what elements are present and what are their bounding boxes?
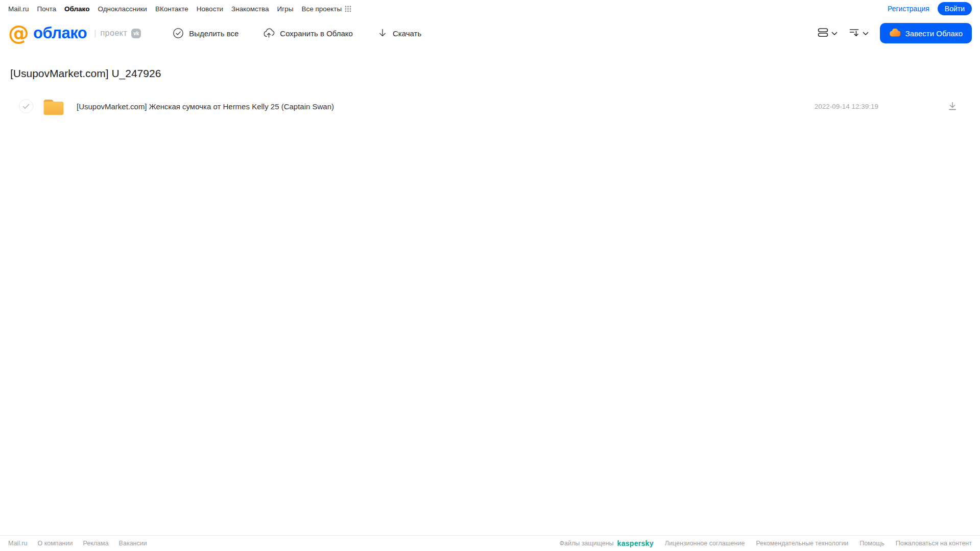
vk-logo-icon: vk — [131, 29, 141, 38]
vk-project-tag: | проект vk — [94, 29, 141, 38]
footer-left-links: Mail.ru О компании Реклама Вакансии — [8, 540, 147, 547]
footer-jobs-link[interactable]: Вакансии — [119, 540, 147, 547]
header-right-controls: Завести Облако — [818, 23, 972, 43]
page-footer: Mail.ru О компании Реклама Вакансии Файл… — [0, 535, 980, 551]
row-download-icon[interactable] — [947, 101, 958, 111]
file-name-link[interactable]: [UsupovMarket.com] Женская сумочка от He… — [77, 102, 334, 111]
register-link[interactable]: Регистрация — [888, 5, 929, 13]
get-cloud-label: Завести Облако — [905, 29, 963, 38]
share-content: [UsupovMarket.com] U_247926 [UsupovMarke… — [0, 67, 980, 118]
nav-novosti[interactable]: Новости — [197, 5, 223, 13]
nav-all-projects-label: Все проекты — [301, 5, 342, 13]
nav-odnoklassniki[interactable]: Одноклассники — [98, 5, 147, 13]
select-all-button[interactable]: Выделить все — [173, 28, 238, 39]
chevron-down-icon — [831, 29, 838, 38]
sort-icon — [849, 27, 859, 40]
row-checkbox[interactable] — [19, 99, 33, 113]
nav-all-projects[interactable]: Все проекты — [301, 5, 351, 13]
files-protected-label: Файлы защищены — [559, 540, 613, 547]
cloud-logo-text: облако — [33, 24, 87, 42]
download-arrow-icon — [377, 28, 388, 39]
footer-help-link[interactable]: Помощь — [859, 540, 884, 547]
app-header: @ облако | проект vk Выделить все Со — [0, 17, 980, 49]
download-button[interactable]: Скачать — [377, 28, 421, 39]
save-to-cloud-label: Сохранить в Облако — [280, 29, 353, 38]
project-label: проект — [100, 29, 127, 38]
list-view-icon — [818, 27, 828, 40]
check-circle-icon — [173, 28, 184, 39]
logo-divider: | — [94, 29, 96, 38]
save-to-cloud-button[interactable]: Сохранить в Облако — [263, 28, 353, 39]
chevron-down-icon — [863, 29, 869, 38]
get-cloud-button[interactable]: Завести Облако — [880, 23, 972, 43]
select-all-label: Выделить все — [189, 29, 238, 38]
nav-pochta[interactable]: Почта — [37, 5, 57, 13]
footer-report-link[interactable]: Пожаловаться на контент — [896, 540, 972, 547]
download-label: Скачать — [393, 29, 421, 38]
mailru-at-icon: @ — [8, 23, 29, 44]
footer-ads-link[interactable]: Реклама — [83, 540, 108, 547]
portal-nav: Mail.ru Почта Облако Одноклассники ВКонт… — [8, 5, 351, 13]
footer-license-link[interactable]: Лицензионное соглашение — [665, 540, 745, 547]
nav-igry[interactable]: Игры — [277, 5, 294, 13]
footer-right-links: Файлы защищены kaspersky Лицензионное со… — [559, 539, 972, 547]
portal-topbar: Mail.ru Почта Облако Одноклассники ВКонт… — [0, 0, 980, 17]
folder-icon — [43, 98, 64, 115]
kaspersky-protection: Файлы защищены kaspersky — [559, 539, 653, 547]
nav-vkontakte[interactable]: ВКонтакте — [155, 5, 188, 13]
check-icon — [22, 104, 30, 109]
footer-recommendations-link[interactable]: Рекомендательные технологии — [756, 540, 848, 547]
apps-grid-icon — [345, 6, 351, 12]
nav-znakomstva[interactable]: Знакомства — [231, 5, 269, 13]
kaspersky-logo[interactable]: kaspersky — [617, 539, 654, 547]
row-meta: 2022-09-14 12:39:19 — [815, 101, 970, 111]
cloud-upload-icon — [263, 28, 275, 39]
footer-mailru-link[interactable]: Mail.ru — [8, 540, 28, 547]
page-title: [UsupovMarket.com] U_247926 — [10, 67, 970, 80]
login-button[interactable]: Войти — [938, 2, 972, 15]
sort-dropdown[interactable] — [849, 27, 869, 40]
nav-oblako[interactable]: Облако — [64, 5, 89, 13]
cloud-logo[interactable]: @ облако — [8, 23, 87, 44]
file-row[interactable]: [UsupovMarket.com] Женская сумочка от He… — [10, 94, 970, 118]
actions-toolbar: Выделить все Сохранить в Облако Скачать — [173, 28, 421, 39]
orange-cloud-icon — [889, 29, 900, 38]
nav-mailru[interactable]: Mail.ru — [8, 5, 29, 13]
topbar-auth: Регистрация Войти — [888, 2, 972, 15]
footer-about-link[interactable]: О компании — [38, 540, 73, 547]
file-date: 2022-09-14 12:39:19 — [815, 103, 878, 110]
view-mode-dropdown[interactable] — [818, 27, 838, 40]
